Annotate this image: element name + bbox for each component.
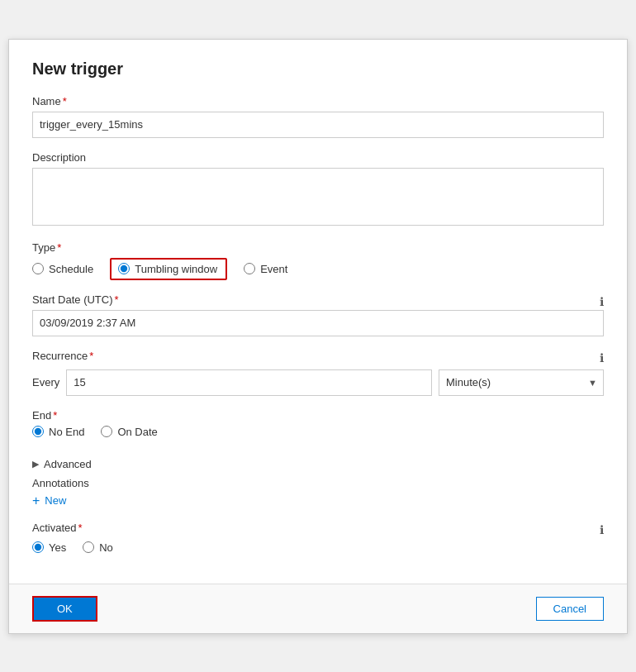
activated-no-option[interactable]: No [83,541,113,554]
activated-yes-option[interactable]: Yes [32,541,66,554]
type-field-group: Type * Schedule Tumbling window Event [32,241,604,280]
description-input[interactable] [32,168,604,226]
type-schedule-option[interactable]: Schedule [32,263,93,275]
start-date-info-icon[interactable]: ℹ [600,295,604,308]
annotations-new-label: New [45,494,66,507]
type-label: Type * [32,241,604,254]
activated-field-group: Activated * ℹ Yes No [32,522,604,554]
dialog-footer: OK Cancel [9,584,627,633]
activated-yes-radio[interactable] [32,541,44,553]
annotations-new-button[interactable]: + New [32,493,66,508]
start-date-label-row: Start Date (UTC) * ℹ [32,293,604,310]
recurrence-input-row: Every Minute(s) Hour(s) Day(s) ▼ [32,369,604,396]
name-input[interactable] [32,112,604,138]
recurrence-unit-select-wrap: Minute(s) Hour(s) Day(s) ▼ [439,369,604,396]
start-date-input[interactable] [32,310,604,336]
type-schedule-radio[interactable] [32,263,44,274]
recurrence-label-row: Recurrence * ℹ [32,350,604,366]
activated-no-radio[interactable] [83,541,94,553]
start-date-label: Start Date (UTC) * [32,293,600,306]
name-required-star: * [63,95,67,107]
start-date-field-group: Start Date (UTC) * ℹ [32,293,604,336]
type-tumbling-radio[interactable] [118,263,130,274]
end-on-date-radio[interactable] [101,426,112,437]
advanced-label: Advanced [44,458,92,470]
plus-icon: + [32,493,40,508]
end-required-star: * [53,409,57,422]
activated-options-row: Yes No [32,541,604,554]
cancel-button[interactable]: Cancel [536,597,604,621]
name-label: Name * [32,95,604,107]
recurrence-every-label: Every [32,376,59,388]
recurrence-field-group: Recurrence * ℹ Every Minute(s) Hour(s) D… [32,350,604,396]
activated-label-row: Activated * ℹ [32,522,604,538]
start-date-required-star: * [115,293,119,306]
recurrence-value-input[interactable] [66,369,432,396]
name-field-group: Name * [32,95,604,138]
type-event-radio[interactable] [244,263,255,274]
type-tumbling-option[interactable]: Tumbling window [110,258,227,280]
end-label: End * [32,409,604,422]
ok-button[interactable]: OK [32,596,97,622]
activated-required-star: * [78,522,82,534]
end-no-end-option[interactable]: No End [32,426,84,438]
recurrence-info-icon[interactable]: ℹ [600,351,604,365]
recurrence-label: Recurrence * [32,350,600,362]
type-required-star: * [57,241,61,254]
dialog-title: New trigger [32,60,604,79]
annotations-label: Annotations [32,477,604,489]
end-no-end-radio[interactable] [32,426,44,437]
dialog-body: New trigger Name * Description Type * [9,40,627,584]
end-field-group: End * No End On Date [32,409,604,438]
description-label: Description [32,151,604,164]
type-event-option[interactable]: Event [244,263,287,275]
advanced-section[interactable]: ▶ Advanced [32,451,604,477]
activated-info-icon[interactable]: ℹ [600,523,604,536]
end-on-date-option[interactable]: On Date [101,426,157,438]
annotations-section: Annotations + New [32,477,604,508]
recurrence-unit-select[interactable]: Minute(s) Hour(s) Day(s) [439,369,604,396]
activated-label: Activated * [32,522,600,534]
type-options-row: Schedule Tumbling window Event [32,258,604,280]
end-options-row: No End On Date [32,426,604,438]
advanced-chevron-icon: ▶ [32,459,39,469]
new-trigger-dialog: New trigger Name * Description Type * [8,39,628,634]
recurrence-required-star: * [89,350,93,362]
description-field-group: Description [32,151,604,228]
